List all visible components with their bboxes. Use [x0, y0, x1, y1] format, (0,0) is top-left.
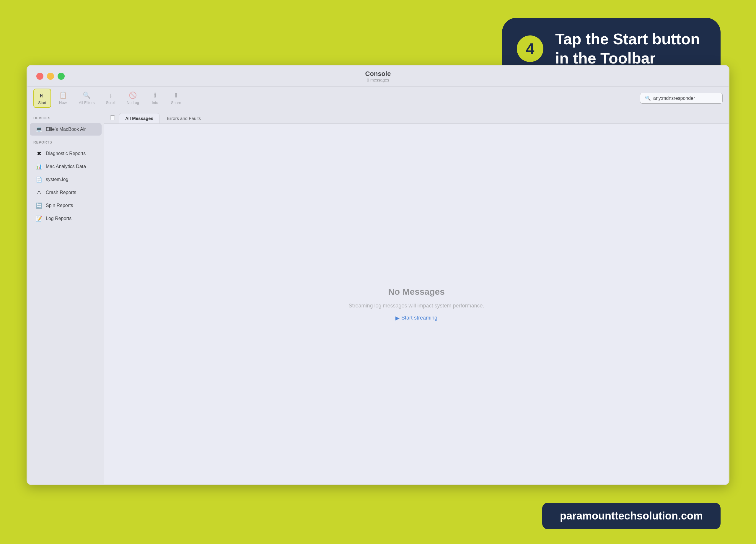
- all-filters-label: All Filters: [79, 100, 95, 105]
- no-log-label: No Log: [127, 100, 139, 105]
- toolbar: ⏯ Start 📋 Now 🔍 All Filters ↓ Scroll 🚫 N…: [27, 87, 729, 110]
- macbook-label: Ellie's MacBook Air: [46, 127, 86, 132]
- mac-analytics-icon: 📊: [36, 163, 42, 170]
- console-window: Console 0 messages ⏯ Start 📋 Now 🔍 All F…: [27, 65, 729, 485]
- empty-subtitle: Streaming log messages will impact syste…: [348, 303, 484, 309]
- tab-errors-faults[interactable]: Errors and Faults: [161, 113, 207, 123]
- search-icon: 🔍: [645, 95, 651, 101]
- step-number: 4: [517, 35, 543, 62]
- content-area: Devices 💻 Ellie's MacBook Air Reports ✖ …: [27, 110, 729, 484]
- now-button[interactable]: 📋 Now: [54, 89, 72, 107]
- sidebar-item-diagnostic[interactable]: ✖ Diagnostic Reports: [30, 147, 102, 160]
- scroll-icon: ↓: [109, 92, 112, 99]
- now-icon: 📋: [59, 92, 67, 99]
- minimize-button[interactable]: [47, 73, 54, 80]
- system-log-icon: 📄: [36, 176, 42, 183]
- select-all-checkbox[interactable]: [110, 115, 115, 121]
- info-icon: ℹ: [154, 92, 156, 99]
- main-panel: All Messages Errors and Faults No Messag…: [104, 110, 729, 484]
- sidebar-item-macbook[interactable]: 💻 Ellie's MacBook Air: [30, 123, 102, 136]
- log-reports-label: Log Reports: [46, 216, 71, 221]
- footer-brand: paramounttechsolution.com: [542, 503, 721, 529]
- title-bar: Console 0 messages: [27, 66, 729, 87]
- window-title-area: Console 0 messages: [365, 70, 391, 82]
- window-title: Console: [365, 70, 391, 78]
- window-subtitle: 0 messages: [365, 78, 391, 82]
- info-button[interactable]: ℹ Info: [146, 89, 164, 107]
- brand-text: paramounttechsolution.com: [560, 510, 703, 522]
- scroll-button[interactable]: ↓ Scroll: [102, 89, 120, 107]
- maximize-button[interactable]: [58, 73, 65, 80]
- search-box[interactable]: 🔍 any:mdnsresponder: [640, 93, 723, 104]
- sidebar-item-system-log[interactable]: 📄 system.log: [30, 173, 102, 186]
- diagnostic-icon: ✖: [36, 150, 42, 157]
- scroll-label: Scroll: [106, 100, 115, 105]
- stream-play-icon: ▶: [395, 315, 400, 321]
- start-label: Start: [38, 100, 46, 105]
- start-streaming-link[interactable]: ▶ Start streaming: [395, 315, 437, 321]
- reports-label: Reports: [27, 140, 104, 147]
- sidebar-reports-section: Reports ✖ Diagnostic Reports 📊 Mac Analy…: [27, 140, 104, 225]
- mac-analytics-label: Mac Analytics Data: [46, 164, 86, 169]
- start-icon: ⏯: [39, 92, 45, 99]
- now-label: Now: [59, 100, 67, 105]
- no-log-icon: 🚫: [129, 92, 137, 99]
- sidebar-item-spin-reports[interactable]: 🔄 Spin Reports: [30, 199, 102, 212]
- crash-reports-icon: ⚠: [36, 189, 42, 196]
- all-filters-icon: 🔍: [83, 92, 91, 99]
- sidebar-devices-section: Devices 💻 Ellie's MacBook Air: [27, 116, 104, 136]
- search-value: any:mdnsresponder: [653, 96, 695, 101]
- spin-reports-icon: 🔄: [36, 202, 42, 209]
- traffic-lights: [36, 73, 65, 80]
- spin-reports-label: Spin Reports: [46, 203, 73, 208]
- sidebar-item-mac-analytics[interactable]: 📊 Mac Analytics Data: [30, 160, 102, 173]
- sidebar-item-crash-reports[interactable]: ⚠ Crash Reports: [30, 186, 102, 199]
- info-label: Info: [152, 100, 158, 105]
- no-log-button[interactable]: 🚫 No Log: [123, 89, 143, 107]
- close-button[interactable]: [36, 73, 43, 80]
- sidebar: Devices 💻 Ellie's MacBook Air Reports ✖ …: [27, 110, 104, 484]
- tab-bar: All Messages Errors and Faults: [104, 110, 729, 124]
- devices-label: Devices: [27, 116, 104, 123]
- empty-title: No Messages: [388, 287, 445, 297]
- instruction-text: Tap the Start button in the Toolbar: [555, 30, 700, 68]
- sidebar-item-log-reports[interactable]: 📝 Log Reports: [30, 212, 102, 225]
- diagnostic-label: Diagnostic Reports: [46, 151, 86, 156]
- share-icon: ⬆: [173, 92, 179, 99]
- share-label: Share: [171, 100, 181, 105]
- log-reports-icon: 📝: [36, 215, 42, 222]
- tab-all-messages[interactable]: All Messages: [119, 113, 159, 123]
- share-button[interactable]: ⬆ Share: [167, 89, 185, 107]
- system-log-label: system.log: [46, 177, 68, 182]
- all-filters-button[interactable]: 🔍 All Filters: [75, 89, 99, 107]
- macbook-icon: 💻: [36, 126, 42, 133]
- empty-state: No Messages Streaming log messages will …: [104, 124, 729, 484]
- start-button[interactable]: ⏯ Start: [33, 89, 51, 108]
- crash-reports-label: Crash Reports: [46, 190, 76, 195]
